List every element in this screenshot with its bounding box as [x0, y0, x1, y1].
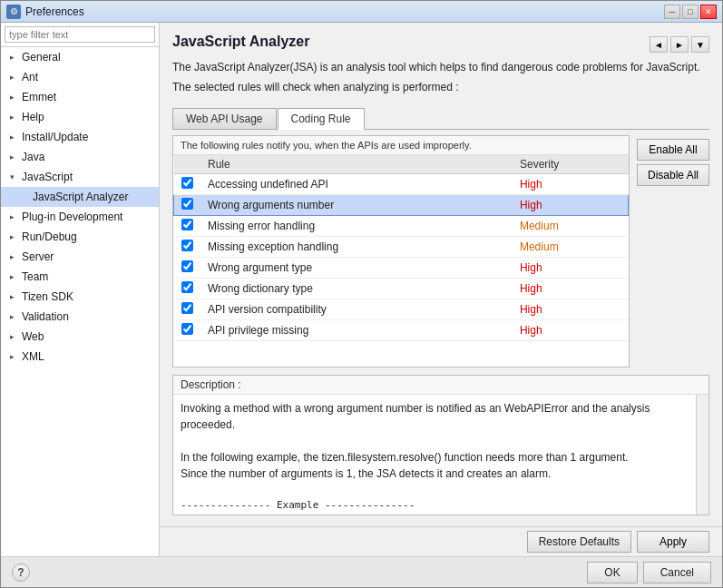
table-row[interactable]: Missing error handlingMedium [174, 216, 629, 237]
sidebar-item-label: Java [22, 149, 44, 165]
sidebar-item-label: Server [22, 249, 54, 265]
sidebar-item-label: Web [22, 328, 44, 345]
preferences-window: ⚙ Preferences ─ □ ✕ ▸General▸Ant▸Emmet▸H… [0, 0, 723, 588]
expand-arrow-icon: ▸ [10, 348, 19, 365]
rule-severity: High [513, 299, 629, 320]
dropdown-button[interactable]: ▼ [691, 36, 709, 53]
maximize-button[interactable]: □ [682, 5, 699, 19]
ok-button[interactable]: OK [587, 562, 637, 583]
minimize-button[interactable]: ─ [664, 5, 680, 19]
rule-checkbox[interactable] [181, 281, 193, 293]
selected-rules-note: The selected rules will check when analy… [172, 81, 709, 93]
rule-severity: Medium [513, 237, 629, 258]
bottom-right: OK Cancel [587, 562, 711, 583]
sidebar-item-validation[interactable]: ▸Validation [1, 307, 159, 327]
nav-arrows: ◄ ► ▼ [650, 36, 709, 53]
sidebar-item-emmet[interactable]: ▸Emmet [1, 87, 159, 107]
app-icon: ⚙ [6, 5, 21, 19]
table-row[interactable]: Wrong arguments numberHigh [174, 195, 629, 216]
sidebar-filter [1, 23, 159, 47]
restore-defaults-button[interactable]: Restore Defaults [527, 531, 631, 553]
title-bar-buttons: ─ □ ✕ [664, 5, 717, 19]
help-button[interactable]: ? [12, 564, 30, 582]
table-row[interactable]: Wrong argument typeHigh [174, 258, 629, 279]
sidebar-item-label: Plug-in Development [22, 209, 122, 225]
coding-rule-note: The following rules notify you, when the… [173, 136, 629, 155]
close-button[interactable]: ✕ [700, 5, 717, 19]
sidebar-item-tizen-sdk[interactable]: ▸Tizen SDK [1, 287, 159, 307]
sidebar-item-label: XML [22, 348, 44, 365]
rule-checkbox[interactable] [181, 219, 193, 230]
window-title: Preferences [25, 5, 84, 18]
sidebar-item-javascript[interactable]: ▾JavaScript [1, 167, 159, 187]
sidebar-item-install-update[interactable]: ▸Install/Update [1, 127, 159, 147]
expand-arrow-icon: ▸ [10, 149, 19, 165]
description-scrollbar[interactable] [696, 395, 708, 514]
table-row[interactable]: Wrong dictionary typeHigh [174, 279, 629, 299]
sidebar-item-ant[interactable]: ▸Ant [1, 67, 159, 87]
sidebar-item-label: JavaScript [22, 169, 73, 185]
table-row[interactable]: Accessing undefined APIHigh [174, 174, 629, 195]
sidebar-item-label: Emmet [22, 89, 56, 105]
rule-checkbox[interactable] [181, 323, 193, 335]
rule-name: Missing exception handling [200, 237, 513, 258]
sidebar-item-xml[interactable]: ▸XML [1, 347, 159, 367]
rule-checkbox[interactable] [181, 302, 193, 314]
rule-checkbox[interactable] [181, 177, 193, 189]
sidebar-item-web[interactable]: ▸Web [1, 327, 159, 347]
bottom-left: ? [12, 564, 30, 582]
rule-checkbox[interactable] [181, 198, 193, 210]
rule-checkbox-cell [174, 195, 201, 216]
sidebar-item-plug-in-development[interactable]: ▸Plug-in Development [1, 207, 159, 227]
expand-arrow-icon: ▸ [10, 209, 19, 225]
table-row[interactable]: API version compatibilityHigh [174, 299, 629, 320]
rule-name: Wrong dictionary type [200, 279, 513, 299]
restore-apply-bar: Restore Defaults Apply [160, 526, 722, 556]
col-severity: Severity [513, 155, 629, 174]
table-row[interactable]: Missing exception handlingMedium [174, 237, 629, 258]
expand-arrow-icon: ▸ [10, 289, 19, 305]
expand-arrow-icon: ▸ [10, 109, 19, 125]
cancel-button[interactable]: Cancel [643, 562, 711, 583]
sidebar-item-label: Help [22, 109, 44, 125]
rule-name: Accessing undefined API [200, 174, 513, 195]
desc-line-2: In the following example, the tizen.file… [181, 449, 687, 466]
expand-arrow-icon: ▸ [10, 328, 19, 345]
rule-severity: High [513, 279, 629, 299]
sidebar-item-javascript-analyzer[interactable]: JavaScript Analyzer [1, 187, 159, 207]
col-rule: Rule [200, 155, 513, 174]
expand-arrow-icon: ▸ [10, 89, 19, 105]
sidebar-item-server[interactable]: ▸Server [1, 247, 159, 267]
rule-checkbox[interactable] [181, 260, 193, 272]
sidebar-item-general[interactable]: ▸General [1, 47, 159, 67]
back-button[interactable]: ◄ [650, 36, 668, 53]
intro-text: The JavaScript Analyzer(JSA) is an analy… [172, 61, 709, 74]
rule-name: Wrong arguments number [200, 195, 513, 216]
content-header: JavaScript Analyzer ◄ ► ▼ The JavaScript… [172, 34, 709, 101]
sidebar-item-label: JavaScript Analyzer [33, 189, 128, 205]
rule-checkbox[interactable] [181, 240, 193, 251]
rule-checkbox-cell [174, 237, 201, 258]
forward-button[interactable]: ► [670, 36, 689, 53]
sidebar-item-team[interactable]: ▸Team [1, 267, 159, 287]
sidebar-item-label: Run/Debug [22, 229, 77, 245]
apply-button[interactable]: Apply [637, 531, 709, 553]
desc-line-3: Since the number of arguments is 1, the … [181, 466, 687, 482]
table-row[interactable]: API privilege missingHigh [174, 320, 629, 341]
sidebar-item-run-debug[interactable]: ▸Run/Debug [1, 227, 159, 247]
rule-checkbox-cell [174, 216, 201, 237]
desc-code-1: // The number of arguments is wrong (2 o… [181, 514, 687, 515]
rule-name: API privilege missing [200, 320, 513, 341]
title-bar: ⚙ Preferences ─ □ ✕ [1, 1, 722, 23]
rule-severity: High [513, 195, 629, 216]
enable-all-button[interactable]: Enable All [637, 139, 709, 161]
filter-input[interactable] [5, 26, 155, 43]
desc-line-1: Invoking a method with a wrong argument … [181, 400, 687, 433]
disable-all-button[interactable]: Disable All [637, 164, 709, 186]
tab-web-api-usage[interactable]: Web API Usage [172, 108, 277, 129]
tab-coding-rule[interactable]: Coding Rule [278, 108, 365, 130]
main-content: ▸General▸Ant▸Emmet▸Help▸Install/Update▸J… [1, 23, 722, 556]
sidebar-item-help[interactable]: ▸Help [1, 107, 159, 127]
sidebar-item-java[interactable]: ▸Java [1, 147, 159, 167]
sidebar-item-label: Validation [22, 309, 69, 325]
